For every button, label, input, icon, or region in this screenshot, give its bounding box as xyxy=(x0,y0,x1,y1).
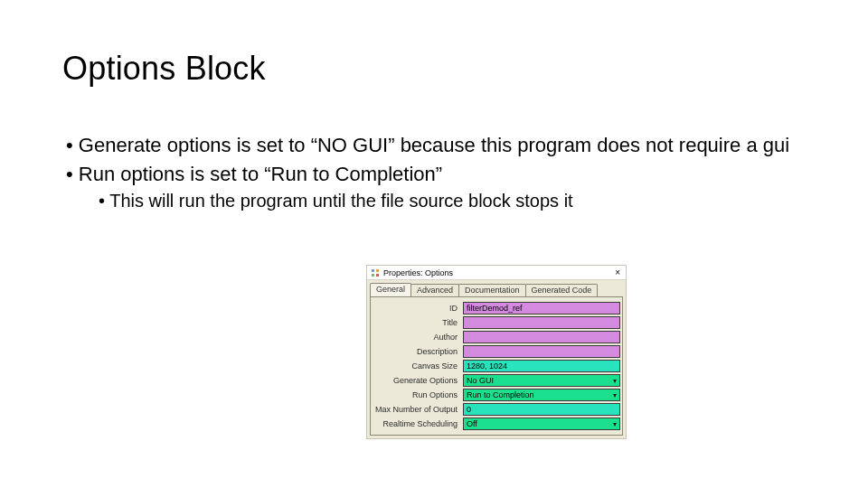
id-field[interactable]: filterDemod_ref xyxy=(463,302,620,314)
prop-label: Description xyxy=(371,344,463,359)
chevron-down-icon: ▾ xyxy=(613,420,617,428)
prop-row-realtime: Realtime Scheduling Off ▾ xyxy=(371,417,622,431)
canvas-size-field[interactable]: 1280, 1024 xyxy=(463,360,620,372)
tab-strip: General Advanced Documentation Generated… xyxy=(367,280,626,296)
prop-row-author: Author xyxy=(371,330,622,344)
select-value: Run to Completion xyxy=(467,390,534,399)
chevron-down-icon: ▾ xyxy=(613,391,617,399)
chevron-down-icon: ▾ xyxy=(613,377,617,385)
generate-options-select[interactable]: No GUI ▾ xyxy=(463,374,620,387)
author-field[interactable] xyxy=(463,331,620,343)
prop-label: Author xyxy=(371,330,463,344)
prop-row-max-output: Max Number of Output 0 xyxy=(371,402,622,417)
realtime-select[interactable]: Off ▾ xyxy=(463,418,620,430)
prop-label: Run Options xyxy=(371,388,463,402)
svg-rect-1 xyxy=(372,269,374,272)
properties-dialog: Properties: Options × General Advanced D… xyxy=(366,265,627,439)
bullet-list: Generate options is set to “NO GUI” beca… xyxy=(62,133,813,212)
app-icon xyxy=(371,268,380,277)
title-field[interactable] xyxy=(463,316,620,329)
prop-label: ID xyxy=(371,301,463,315)
tab-panel-general: ID filterDemod_ref Title Author Descript… xyxy=(370,296,623,436)
select-value: No GUI xyxy=(467,376,494,385)
svg-rect-2 xyxy=(376,269,379,272)
prop-label: Canvas Size xyxy=(371,359,463,373)
prop-row-run-options: Run Options Run to Completion ▾ xyxy=(371,388,622,402)
tab-general[interactable]: General xyxy=(370,283,411,296)
bullet-item: Generate options is set to “NO GUI” beca… xyxy=(62,133,813,158)
prop-label: Max Number of Output xyxy=(371,402,463,417)
svg-rect-4 xyxy=(376,274,379,277)
tab-documentation[interactable]: Documentation xyxy=(458,284,526,296)
prop-label: Title xyxy=(371,315,463,330)
svg-rect-3 xyxy=(372,274,374,277)
dialog-title: Properties: Options xyxy=(383,268,453,277)
prop-row-canvas-size: Canvas Size 1280, 1024 xyxy=(371,359,622,373)
tab-advanced[interactable]: Advanced xyxy=(410,284,459,296)
close-icon[interactable]: × xyxy=(613,268,622,277)
slide-title: Options Block xyxy=(62,50,266,88)
dialog-titlebar: Properties: Options × xyxy=(367,266,626,280)
prop-label: Generate Options xyxy=(371,373,463,388)
dialog-title-left: Properties: Options xyxy=(371,268,453,277)
bullet-subitem: This will run the program until the file… xyxy=(95,190,813,212)
bullet-item: Run options is set to “Run to Completion… xyxy=(62,162,813,187)
max-output-field[interactable]: 0 xyxy=(463,403,620,416)
prop-row-generate-options: Generate Options No GUI ▾ xyxy=(371,373,622,388)
run-options-select[interactable]: Run to Completion ▾ xyxy=(463,389,620,401)
prop-row-title: Title xyxy=(371,315,622,330)
prop-label: Realtime Scheduling xyxy=(371,417,463,431)
tab-generated-code[interactable]: Generated Code xyxy=(525,284,599,296)
select-value: Off xyxy=(467,419,477,428)
prop-row-id: ID filterDemod_ref xyxy=(371,301,622,315)
prop-row-description: Description xyxy=(371,344,622,359)
description-field[interactable] xyxy=(463,345,620,358)
slide: Options Block Generate options is set to… xyxy=(0,0,868,488)
